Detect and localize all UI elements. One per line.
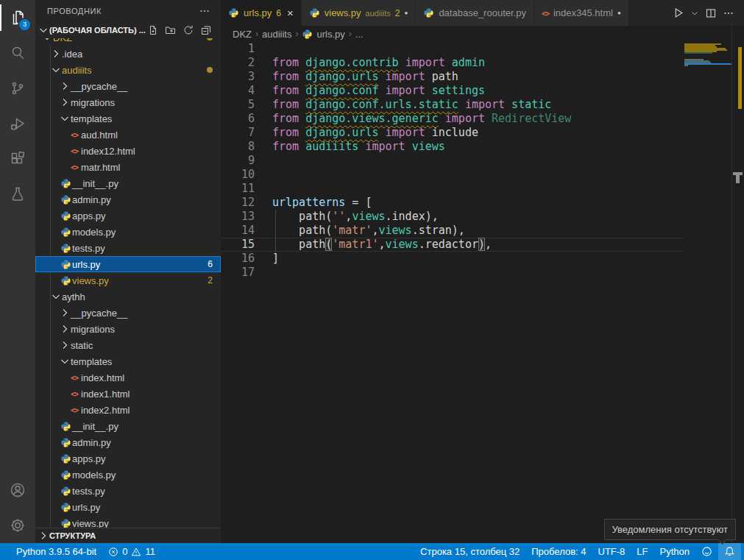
tree-item-audiiits[interactable]: audiiits bbox=[35, 62, 221, 78]
tree-item-static[interactable]: static bbox=[35, 337, 221, 353]
status-feedback[interactable] bbox=[695, 543, 718, 560]
tree-item-DKZ[interactable]: DKZ bbox=[35, 38, 221, 46]
code-line-7[interactable]: 7from django.urls import include bbox=[221, 126, 684, 140]
tree-item-admin.py[interactable]: admin.py bbox=[35, 434, 221, 450]
outline-section-header[interactable]: СТРУКТУРА bbox=[35, 528, 221, 543]
explorer-more-actions-icon[interactable] bbox=[199, 5, 210, 17]
code-line-8[interactable]: 8from audiiits import views bbox=[221, 140, 684, 154]
activity-extensions[interactable] bbox=[0, 141, 35, 177]
activity-explorer[interactable]: 3 bbox=[0, 0, 35, 35]
tree-item-index1.html[interactable]: <>index1.html bbox=[35, 386, 221, 402]
code-line-11[interactable]: 11 bbox=[221, 182, 684, 196]
chevron-right-icon bbox=[59, 80, 71, 92]
tree-item-__pycache__[interactable]: __pycache__ bbox=[35, 78, 221, 94]
tree-item-__init__.py[interactable]: __init__.py bbox=[35, 175, 221, 191]
refresh-icon[interactable] bbox=[183, 24, 194, 36]
status-eol[interactable]: LF bbox=[631, 543, 653, 560]
code-line-9[interactable]: 9 bbox=[221, 154, 684, 168]
code-line-13[interactable]: 13 path('',views.index), bbox=[221, 210, 684, 224]
activity-search[interactable] bbox=[0, 35, 35, 71]
tree-item-index12.html[interactable]: <>index12.html bbox=[35, 143, 221, 159]
status-python-interpreter[interactable]: Python 3.9.5 64-bit bbox=[10, 543, 102, 560]
minimap[interactable] bbox=[684, 42, 731, 138]
tree-item-index2.html[interactable]: <>index2.html bbox=[35, 402, 221, 418]
tree-item-templates[interactable]: templates bbox=[35, 353, 221, 369]
tree-item-index.html[interactable]: <>index.html bbox=[35, 369, 221, 386]
tree-item-.idea[interactable]: .idea bbox=[35, 46, 221, 62]
breadcrumb-item[interactable]: audiiits bbox=[262, 29, 291, 40]
tree-item-tests.py[interactable]: tests.py bbox=[35, 483, 221, 499]
tree-item-views.py[interactable]: views.py2 bbox=[35, 272, 221, 288]
status-language[interactable]: Python bbox=[654, 543, 695, 560]
tab-views.py[interactable]: views.pyaudiiits2● bbox=[302, 0, 417, 26]
code-line-4[interactable]: 4from django.conf import settings bbox=[221, 84, 684, 98]
breadcrumb-item[interactable]: DKZ bbox=[233, 29, 252, 40]
code-line-15[interactable]: 15 path('matr1',views.redactor), bbox=[221, 238, 684, 252]
tree-item-aud.html[interactable]: <>aud.html bbox=[35, 127, 221, 143]
code-line-17[interactable]: 17 bbox=[221, 266, 684, 280]
tree-item-apps.py[interactable]: apps.py bbox=[35, 450, 221, 467]
code-line-2[interactable]: 2from django.contrib import admin bbox=[221, 56, 684, 70]
editor-group: urls.py6×views.pyaudiiits2●database_roou… bbox=[221, 0, 744, 543]
activity-run-debug[interactable] bbox=[0, 106, 35, 141]
breadcrumb-item[interactable]: urls.py bbox=[316, 29, 344, 40]
code-line-5[interactable]: 5from django.conf.urls.static import sta… bbox=[221, 98, 684, 112]
new-folder-icon[interactable] bbox=[165, 24, 177, 36]
tree-item-models.py[interactable]: models.py bbox=[35, 467, 221, 483]
status-cursor-position[interactable]: Строка 15, столбец 32 bbox=[414, 543, 525, 560]
code-line-1[interactable]: 1 bbox=[221, 42, 684, 56]
status-encoding[interactable]: UTF-8 bbox=[592, 543, 631, 560]
tree-item-apps.py[interactable]: apps.py bbox=[35, 208, 221, 224]
line-number: 17 bbox=[221, 266, 255, 280]
modified-dot: ● bbox=[617, 10, 621, 16]
status-notifications-bell[interactable] bbox=[718, 543, 741, 560]
overview-ruler-warning-mark bbox=[738, 47, 742, 109]
status-indentation[interactable]: Пробелов: 4 bbox=[525, 543, 592, 560]
collapse-all-icon[interactable] bbox=[200, 24, 212, 36]
line-number: 1 bbox=[221, 42, 255, 56]
tab-label: database_roouter.py bbox=[439, 7, 526, 18]
code-line-6[interactable]: 6from django.views.generic import Redire… bbox=[221, 112, 684, 126]
activity-testing[interactable] bbox=[0, 177, 35, 212]
code-line-10[interactable]: 10 bbox=[221, 168, 684, 182]
tab-urls.py[interactable]: urls.py6× bbox=[221, 0, 302, 26]
tree-item-__pycache__[interactable]: __pycache__ bbox=[35, 305, 221, 321]
tree-item-urls.py[interactable]: urls.py bbox=[35, 499, 221, 515]
explorer-title: ПРОВОДНИК bbox=[47, 7, 102, 15]
notifications-tooltip: Уведомления отсутствуют bbox=[604, 519, 736, 540]
run-icon[interactable] bbox=[670, 4, 687, 21]
tree-item-migrations[interactable]: migrations bbox=[35, 94, 221, 110]
workspace-section-header[interactable]: (РАБОЧАЯ ОБЛАСТЬ) ... bbox=[35, 22, 221, 38]
tree-item-admin.py[interactable]: admin.py bbox=[35, 191, 221, 208]
close-icon[interactable]: × bbox=[287, 7, 294, 18]
tab-database_roouter.py[interactable]: database_roouter.py bbox=[416, 0, 534, 26]
activity-settings[interactable] bbox=[0, 508, 35, 543]
minimap-line-mark bbox=[684, 52, 712, 54]
tree-item-aythh[interactable]: aythh bbox=[35, 288, 221, 305]
tree-item-matr.html[interactable]: <>matr.html bbox=[35, 159, 221, 175]
code-editor[interactable]: 12from django.contrib import admin3from … bbox=[221, 42, 744, 543]
tree-item-tests.py[interactable]: tests.py bbox=[35, 240, 221, 256]
new-file-icon[interactable] bbox=[147, 24, 159, 36]
status-problems[interactable]: 0 11 bbox=[102, 543, 161, 560]
breadcrumb-item[interactable]: ... bbox=[355, 29, 364, 40]
activity-account[interactable] bbox=[0, 472, 35, 508]
line-number: 6 bbox=[221, 112, 255, 126]
tree-item-templates[interactable]: templates bbox=[35, 110, 221, 127]
code-line-14[interactable]: 14 path('matr',views.stran), bbox=[221, 224, 684, 238]
python-file-icon bbox=[59, 518, 72, 529]
split-editor-icon[interactable] bbox=[703, 5, 719, 21]
tree-item-urls.py[interactable]: urls.py6 bbox=[35, 256, 221, 272]
code-line-12[interactable]: 12urlpatterns = [ bbox=[221, 196, 684, 210]
more-actions-icon[interactable] bbox=[720, 5, 737, 21]
tree-item-models.py[interactable]: models.py bbox=[35, 224, 221, 240]
tree-item-migrations[interactable]: migrations bbox=[35, 321, 221, 337]
code-line-3[interactable]: 3from django.urls import path bbox=[221, 70, 684, 84]
tree-item-__init__.py[interactable]: __init__.py bbox=[35, 418, 221, 434]
tab-index345.html[interactable]: <>index345.html● bbox=[534, 0, 629, 26]
activity-source-control[interactable] bbox=[0, 71, 35, 106]
html-file-icon: <> bbox=[68, 406, 81, 414]
tree-item-views.py[interactable]: views.py bbox=[35, 515, 221, 528]
code-line-16[interactable]: 16] bbox=[221, 252, 684, 266]
run-dropdown-icon[interactable] bbox=[688, 7, 701, 20]
